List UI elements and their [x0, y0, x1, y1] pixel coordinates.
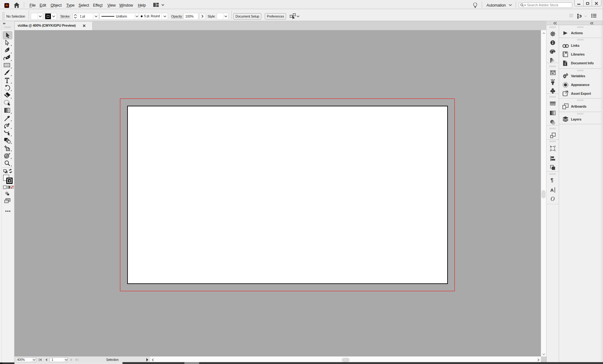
- svg-text:A: A: [550, 187, 554, 193]
